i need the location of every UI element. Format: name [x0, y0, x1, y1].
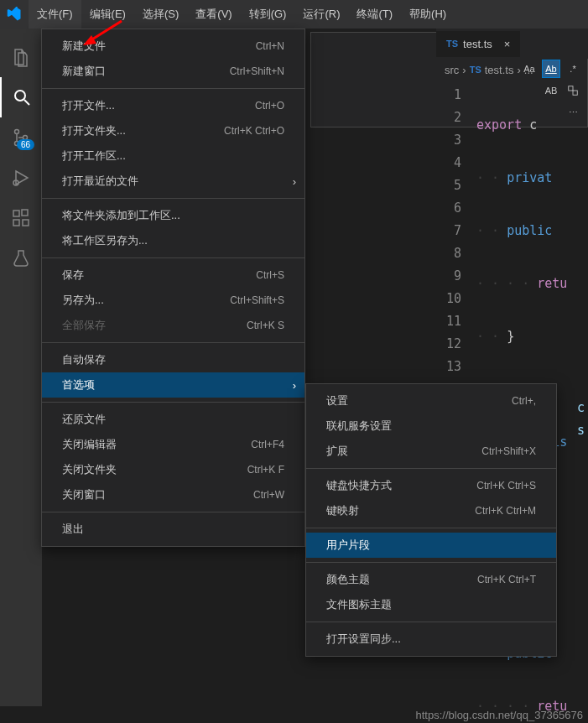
menu-转到(G)[interactable]: 转到(G)	[241, 0, 295, 29]
svg-point-4	[15, 130, 19, 134]
menu-item-将文件夹添加到工作区...[interactable]: 将文件夹添加到工作区...	[42, 203, 304, 228]
run-debug-icon[interactable]	[0, 158, 42, 198]
menu-item-联机服务设置[interactable]: 联机服务设置	[306, 414, 556, 439]
svg-point-2	[15, 91, 25, 101]
breadcrumb-file[interactable]: test.ts	[485, 64, 514, 76]
activity-bar: 66	[0, 29, 42, 706]
menu-item-打开文件...[interactable]: 打开文件...Ctrl+O	[42, 93, 304, 118]
search-icon[interactable]	[0, 77, 42, 117]
breadcrumb[interactable]: src › TS test.ts › ...	[445, 59, 588, 81]
menu-item-首选项[interactable]: 首选项›	[42, 372, 304, 398]
chevron-right-icon: ›	[462, 64, 466, 76]
menu-item-全部保存[interactable]: 全部保存Ctrl+K S	[42, 313, 304, 338]
scm-badge: 66	[17, 139, 34, 150]
chevron-right-icon: ›	[293, 175, 296, 188]
ts-file-icon: TS	[470, 65, 481, 75]
menu-item-打开设置同步...[interactable]: 打开设置同步...	[306, 627, 556, 652]
tab-test-ts[interactable]: TS test.ts ×	[436, 31, 520, 57]
menu-查看(V)[interactable]: 查看(V)	[187, 0, 240, 29]
menu-item-打开文件夹...[interactable]: 打开文件夹...Ctrl+K Ctrl+O	[42, 118, 304, 143]
menu-item-还原文件[interactable]: 还原文件	[42, 407, 304, 432]
breadcrumb-more[interactable]: ...	[524, 64, 533, 76]
menu-item-关闭窗口[interactable]: 关闭窗口Ctrl+W	[42, 482, 304, 507]
menu-item-新建窗口[interactable]: 新建窗口Ctrl+Shift+N	[42, 59, 304, 84]
menu-item-键映射[interactable]: 键映射Ctrl+K Ctrl+M	[306, 498, 556, 523]
breadcrumb-folder[interactable]: src	[445, 64, 459, 76]
menu-item-保存[interactable]: 保存Ctrl+S	[42, 263, 304, 288]
menu-item-键盘快捷方式[interactable]: 键盘快捷方式Ctrl+K Ctrl+S	[306, 473, 556, 498]
svg-rect-9	[13, 220, 19, 226]
svg-rect-10	[23, 220, 29, 226]
chevron-right-icon: ›	[293, 379, 296, 392]
chevron-right-icon: ›	[517, 64, 520, 76]
menu-item-关闭编辑器[interactable]: 关闭编辑器Ctrl+F4	[42, 432, 304, 457]
menu-编辑(E)[interactable]: 编辑(E)	[81, 0, 134, 29]
file-menu-dropdown: 新建文件Ctrl+N新建窗口Ctrl+Shift+N打开文件...Ctrl+O打…	[41, 29, 305, 547]
ts-file-icon: TS	[446, 39, 458, 49]
menu-item-用户片段[interactable]: 用户片段	[306, 533, 556, 558]
tab-label: test.ts	[463, 38, 492, 50]
menu-item-颜色主题[interactable]: 颜色主题Ctrl+K Ctrl+T	[306, 567, 556, 592]
preferences-submenu: 设置Ctrl+,联机服务设置扩展Ctrl+Shift+X键盘快捷方式Ctrl+K…	[305, 383, 557, 657]
menu-item-另存为...[interactable]: 另存为...Ctrl+Shift+S	[42, 288, 304, 313]
editor-tabs: TS test.ts ×	[436, 29, 588, 59]
menu-item-关闭文件夹[interactable]: 关闭文件夹Ctrl+K F	[42, 457, 304, 482]
menu-item-将工作区另存为...[interactable]: 将工作区另存为...	[42, 228, 304, 253]
menu-终端(T)[interactable]: 终端(T)	[348, 0, 401, 29]
menu-item-设置[interactable]: 设置Ctrl+,	[306, 388, 556, 414]
menu-运行(R)[interactable]: 运行(R)	[294, 0, 348, 29]
menu-item-退出[interactable]: 退出	[42, 517, 304, 542]
source-control-icon[interactable]: 66	[0, 117, 42, 158]
svg-rect-8	[13, 211, 19, 216]
menu-item-扩展[interactable]: 扩展Ctrl+Shift+X	[306, 439, 556, 464]
extensions-icon[interactable]	[0, 198, 42, 238]
close-icon[interactable]: ×	[504, 38, 511, 50]
menu-文件(F)[interactable]: 文件(F)	[29, 0, 81, 29]
explorer-icon[interactable]	[0, 37, 42, 77]
test-icon[interactable]	[0, 238, 42, 278]
titlebar: 文件(F)编辑(E)选择(S)查看(V)转到(G)运行(R)终端(T)帮助(H)	[0, 0, 588, 29]
menu-item-打开最近的文件[interactable]: 打开最近的文件›	[42, 169, 304, 194]
menu-帮助(H)[interactable]: 帮助(H)	[401, 0, 455, 29]
menu-item-自动保存[interactable]: 自动保存	[42, 347, 304, 372]
svg-rect-11	[22, 210, 28, 216]
menu-选择(S)[interactable]: 选择(S)	[134, 0, 187, 29]
svg-line-3	[24, 100, 29, 105]
menu-item-文件图标主题[interactable]: 文件图标主题	[306, 592, 556, 617]
vscode-logo-icon	[7, 7, 22, 22]
menu-item-新建文件[interactable]: 新建文件Ctrl+N	[42, 34, 304, 59]
menu-item-打开工作区...[interactable]: 打开工作区...	[42, 143, 304, 169]
